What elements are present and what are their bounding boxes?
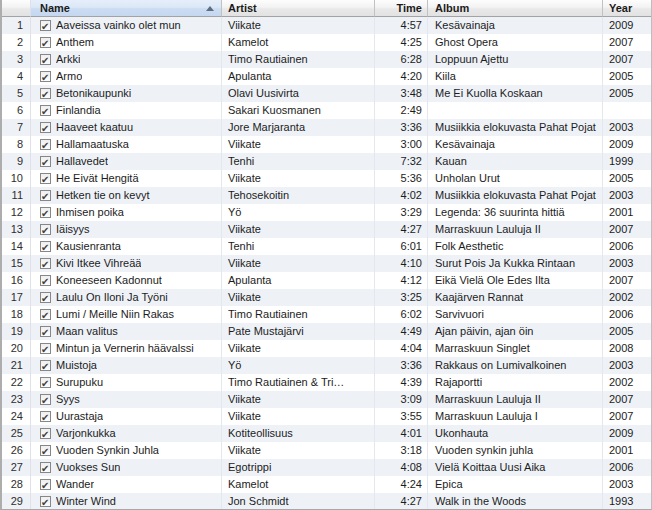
- table-row[interactable]: 25VarjonkukkaKotiteollisuus4:01Ukonhauta…: [2, 425, 651, 442]
- song-year: 2007: [603, 34, 651, 51]
- song-artist: Jon Schmidt: [222, 493, 375, 510]
- table-row[interactable]: 3ArkkiTimo Rautiainen6:28Loppuun Ajettu2…: [2, 51, 651, 68]
- table-row[interactable]: 21MuistojaYö3:36Rakkaus on Lumivalkoinen…: [2, 357, 651, 374]
- table-row[interactable]: 7Haaveet kaatuuJore Marjaranta3:36Musiik…: [2, 119, 651, 136]
- song-artist: Viikate: [222, 221, 375, 238]
- song-checkbox-checked[interactable]: [40, 105, 51, 116]
- table-row[interactable]: 19Maan valitusPate Mustajärvi4:49Ajan pä…: [2, 323, 651, 340]
- song-checkbox-checked[interactable]: [40, 20, 51, 31]
- song-title: Armo: [56, 68, 82, 85]
- song-checkbox-checked[interactable]: [40, 241, 51, 252]
- table-row[interactable]: 15Kivi Itkee VihreääViikate4:10Surut Poi…: [2, 255, 651, 272]
- table-row[interactable]: 16Koneeseen KadonnutApulanta4:12Eikä Vie…: [2, 272, 651, 289]
- song-name-cell: Uurastaja: [31, 408, 222, 425]
- song-name-cell: Finlandia: [31, 102, 222, 119]
- song-checkbox-checked[interactable]: [40, 156, 51, 167]
- song-artist: Viikate: [222, 289, 375, 306]
- song-checkbox-checked[interactable]: [40, 224, 51, 235]
- song-checkbox-checked[interactable]: [40, 394, 51, 405]
- song-name-cell: Koneeseen Kadonnut: [31, 272, 222, 289]
- song-time: 4:27: [375, 221, 428, 238]
- table-row[interactable]: 29Winter WindJon Schmidt4:27Walk in the …: [2, 493, 651, 510]
- song-checkbox-checked[interactable]: [40, 71, 51, 82]
- table-row[interactable]: 13IäisyysViikate4:27Marraskuun Lauluja I…: [2, 221, 651, 238]
- song-checkbox-checked[interactable]: [40, 496, 51, 507]
- song-checkbox-checked[interactable]: [40, 173, 51, 184]
- column-header-year[interactable]: Year: [603, 0, 651, 17]
- song-checkbox-checked[interactable]: [40, 122, 51, 133]
- table-row[interactable]: 14KausienrantaTenhi6:01Folk Aesthetic200…: [2, 238, 651, 255]
- table-row[interactable]: 23SyysViikate3:09Marraskuun Lauluja II20…: [2, 391, 651, 408]
- song-checkbox-checked[interactable]: [40, 462, 51, 473]
- table-row[interactable]: 1Aaveissa vainko olet munViikate4:57Kesä…: [2, 17, 651, 34]
- song-checkbox-checked[interactable]: [40, 309, 51, 320]
- song-checkbox-checked[interactable]: [40, 428, 51, 439]
- song-checkbox-checked[interactable]: [40, 258, 51, 269]
- song-checkbox-checked[interactable]: [40, 54, 51, 65]
- row-number: 4: [2, 68, 31, 85]
- song-checkbox-checked[interactable]: [40, 479, 51, 490]
- table-row[interactable]: 26Vuoden Synkin JuhlaViikate3:18Vuoden s…: [2, 442, 651, 459]
- table-row[interactable]: 5BetonikaupunkiOlavi Uusivirta3:48Me Ei …: [2, 85, 651, 102]
- table-row[interactable]: 9HallavedetTenhi7:32Kauan1999: [2, 153, 651, 170]
- song-checkbox-checked[interactable]: [40, 377, 51, 388]
- table-row[interactable]: 18Lumi / Meille Niin RakasTimo Rautiaine…: [2, 306, 651, 323]
- song-checkbox-checked[interactable]: [40, 88, 51, 99]
- table-row[interactable]: 4ArmoApulanta4:20Kiila2005: [2, 68, 651, 85]
- song-year: 2009: [603, 136, 651, 153]
- song-checkbox-checked[interactable]: [40, 190, 51, 201]
- song-title: He Eivät Hengitä: [56, 170, 139, 187]
- song-title: Iäisyys: [56, 221, 90, 238]
- song-name-cell: Varjonkukka: [31, 425, 222, 442]
- table-row[interactable]: 12Ihmisen poikaYö3:29Legenda: 36 suurint…: [2, 204, 651, 221]
- table-row[interactable]: 6FinlandiaSakari Kuosmanen2:49: [2, 102, 651, 119]
- table-row[interactable]: 17Laulu On Iloni Ja TyöniViikate3:25Kaaj…: [2, 289, 651, 306]
- column-header-time[interactable]: Time: [375, 0, 428, 17]
- song-year: 2007: [603, 391, 651, 408]
- song-artist: Timo Rautiainen & Tri…: [222, 374, 375, 391]
- song-title: Finlandia: [56, 102, 101, 119]
- song-year: 2007: [603, 51, 651, 68]
- song-time: 3:29: [375, 204, 428, 221]
- song-title: Wander: [56, 476, 94, 493]
- row-number: 17: [2, 289, 31, 306]
- song-checkbox-checked[interactable]: [40, 275, 51, 286]
- song-name-cell: Surupuku: [31, 374, 222, 391]
- song-checkbox-checked[interactable]: [40, 326, 51, 337]
- song-checkbox-checked[interactable]: [40, 292, 51, 303]
- song-time: 3:55: [375, 408, 428, 425]
- song-checkbox-checked[interactable]: [40, 37, 51, 48]
- table-row[interactable]: 24UurastajaViikate3:55Marraskuun Lauluja…: [2, 408, 651, 425]
- table-row[interactable]: 27Vuokses SunEgotrippi4:08Vielä Koittaa …: [2, 459, 651, 476]
- table-row[interactable]: 20Mintun ja Vernerin häävalssiViikate4:0…: [2, 340, 651, 357]
- song-year: [603, 102, 651, 119]
- song-album: Musiikkia elokuvasta Pahat Pojat: [428, 187, 603, 204]
- song-album: Marraskuun Singlet: [428, 340, 603, 357]
- column-header-album[interactable]: Album: [428, 0, 603, 17]
- song-name-cell: Winter Wind: [31, 493, 222, 510]
- song-year: 1999: [603, 153, 651, 170]
- table-row[interactable]: 22SurupukuTimo Rautiainen & Tri…4:39Raja…: [2, 374, 651, 391]
- song-year: 2009: [603, 17, 651, 34]
- column-header-artist[interactable]: Artist: [222, 0, 375, 17]
- song-year: 2002: [603, 289, 651, 306]
- row-number: 1: [2, 17, 31, 34]
- table-row[interactable]: 28WanderKamelot4:24Epica2003: [2, 476, 651, 493]
- table-row[interactable]: 11Hetken tie on kevytTehosekoitin4:02Mus…: [2, 187, 651, 204]
- song-checkbox-checked[interactable]: [40, 411, 51, 422]
- table-row[interactable]: 10He Eivät HengitäViikate5:36Unholan Uru…: [2, 170, 651, 187]
- song-checkbox-checked[interactable]: [40, 360, 51, 371]
- song-year: 2005: [603, 323, 651, 340]
- song-checkbox-checked[interactable]: [40, 445, 51, 456]
- song-checkbox-checked[interactable]: [40, 207, 51, 218]
- song-time: 4:25: [375, 34, 428, 51]
- column-header-name[interactable]: Name: [31, 0, 222, 17]
- song-checkbox-checked[interactable]: [40, 139, 51, 150]
- table-row[interactable]: 2AnthemKamelot4:25Ghost Opera2007: [2, 34, 651, 51]
- row-number: 7: [2, 119, 31, 136]
- song-album: Walk in the Woods: [428, 493, 603, 510]
- song-checkbox-checked[interactable]: [40, 343, 51, 354]
- table-row[interactable]: 8HallamaatuskaViikate3:00Kesävainaja2009: [2, 136, 651, 153]
- song-album: Ukonhauta: [428, 425, 603, 442]
- song-name-cell: Haaveet kaatuu: [31, 119, 222, 136]
